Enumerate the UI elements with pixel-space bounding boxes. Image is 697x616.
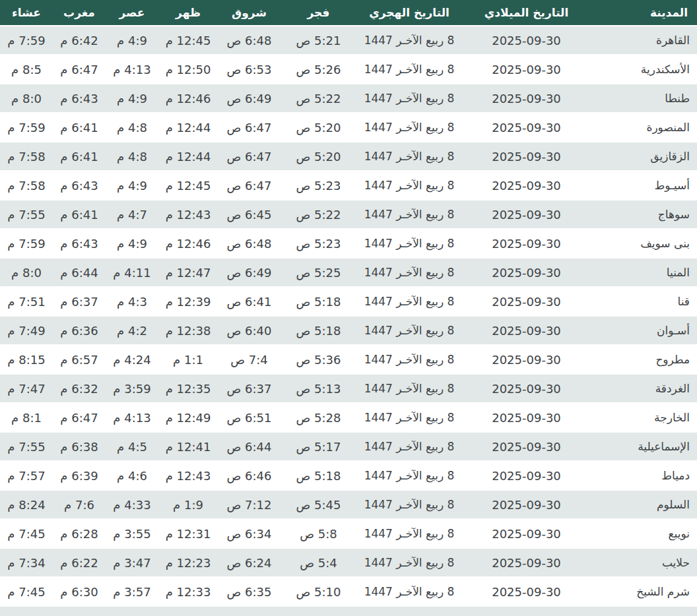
cell-empty (462, 606, 591, 616)
cell-hijri: 8 ربيع الآخـر 1447 (356, 113, 462, 142)
cell-gregorian: 2025-09-30 (462, 258, 591, 287)
cell-gregorian: 2025-09-30 (462, 577, 591, 606)
cell-asr: 3:55 م (106, 519, 158, 548)
cell-hijri: 8 ربيع الآخـر 1447 (356, 171, 462, 200)
cell-city: القاهرة (591, 26, 697, 55)
table-row: المنيا2025-09-308 ربيع الآخـر 14475:25 ص… (0, 258, 697, 287)
cell-city: الخارجة (591, 403, 697, 432)
cell-gregorian: 2025-09-30 (462, 142, 591, 171)
cell-hijri: 8 ربيع الآخـر 1447 (356, 258, 462, 287)
cell-fajr: 5:20 ص (281, 113, 356, 142)
cell-city: سوهاج (591, 200, 697, 229)
cell-fajr: 5:21 ص (281, 26, 356, 55)
cell-asr: 4:8 م (106, 113, 158, 142)
cell-asr: 4:5 م (106, 432, 158, 461)
cell-city: أسـوان (591, 316, 697, 345)
cell-isha: 7:58 م (0, 171, 53, 200)
cell-maghrib: 7:6 م (53, 490, 106, 519)
cell-isha: 8:0 م (0, 84, 53, 113)
cell-asr: 4:8 م (106, 142, 158, 171)
column-header-dhuhr: ظهر (158, 0, 218, 26)
cell-gregorian: 2025-09-30 (462, 113, 591, 142)
cell-asr: 3:57 م (106, 577, 158, 606)
cell-asr: 4:7 م (106, 200, 158, 229)
cell-fajr: 5:18 ص (281, 287, 356, 316)
table-row: حلايب2025-09-308 ربيع الآخـر 14475:4 ص6:… (0, 548, 697, 577)
cell-hijri: 8 ربيع الآخـر 1447 (356, 374, 462, 403)
cell-fajr: 5:45 ص (281, 490, 356, 519)
cell-hijri: 8 ربيع الآخـر 1447 (356, 84, 462, 113)
cell-dhuhr: 12:46 م (158, 84, 218, 113)
cell-sunrise: 6:51 ص (218, 403, 281, 432)
cell-sunrise: 6:47 ص (218, 113, 281, 142)
cell-isha: 7:59 م (0, 113, 53, 142)
cell-maghrib: 6:47 م (53, 403, 106, 432)
table-row: سوهاج2025-09-308 ربيع الآخـر 14475:22 ص6… (0, 200, 697, 229)
cell-isha: 7:49 م (0, 316, 53, 345)
cell-city: نويبع (591, 519, 697, 548)
cell-sunrise: 6:49 ص (218, 258, 281, 287)
cell-isha: 7:45 م (0, 577, 53, 606)
cell-hijri: 8 ربيع الآخـر 1447 (356, 55, 462, 84)
cell-fajr: 5:23 ص (281, 171, 356, 200)
cell-dhuhr: 12:44 م (158, 113, 218, 142)
cell-empty (281, 606, 356, 616)
cell-hijri: 8 ربيع الآخـر 1447 (356, 519, 462, 548)
cell-gregorian: 2025-09-30 (462, 200, 591, 229)
column-header-hijri: التاريخ الهجري (356, 0, 462, 26)
cell-hijri: 8 ربيع الآخـر 1447 (356, 26, 462, 55)
cell-sunrise: 6:46 ص (218, 461, 281, 490)
cell-hijri: 8 ربيع الآخـر 1447 (356, 287, 462, 316)
table-row: السلوم2025-09-308 ربيع الآخـر 14475:45 ص… (0, 490, 697, 519)
cell-city: الزقازيق (591, 142, 697, 171)
cell-maghrib: 6:30 م (53, 577, 106, 606)
table-row: أسيـوط2025-09-308 ربيع الآخـر 14475:23 ص… (0, 171, 697, 200)
cell-city: المنيا (591, 258, 697, 287)
cell-gregorian: 2025-09-30 (462, 316, 591, 345)
cell-dhuhr: 12:23 م (158, 548, 218, 577)
cell-maghrib: 6:43 م (53, 229, 106, 258)
cell-gregorian: 2025-09-30 (462, 287, 591, 316)
cell-maghrib: 6:28 م (53, 519, 106, 548)
cell-hijri: 8 ربيع الآخـر 1447 (356, 432, 462, 461)
table-row: القاهرة2025-09-308 ربيع الآخـر 14475:21 … (0, 26, 697, 55)
cell-hijri: 8 ربيع الآخـر 1447 (356, 316, 462, 345)
table-row: دمياط2025-09-308 ربيع الآخـر 14475:18 ص6… (0, 461, 697, 490)
table-row: مطروح2025-09-308 ربيع الآخـر 14475:36 ص7… (0, 345, 697, 374)
cell-fajr: 5:8 ص (281, 519, 356, 548)
cell-gregorian: 2025-09-30 (462, 403, 591, 432)
cell-dhuhr: 12:35 م (158, 374, 218, 403)
prayer-times-table: المدينةالتاريخ الميلاديالتاريخ الهجريفجر… (0, 0, 697, 616)
cell-hijri: 8 ربيع الآخـر 1447 (356, 461, 462, 490)
cell-isha: 7:58 م (0, 142, 53, 171)
cell-asr: 4:9 م (106, 84, 158, 113)
cell-maghrib: 6:41 م (53, 200, 106, 229)
cell-gregorian: 2025-09-30 (462, 461, 591, 490)
cell-sunrise: 6:53 ص (218, 55, 281, 84)
cell-maghrib: 6:39 م (53, 461, 106, 490)
cell-dhuhr: 1:1 م (158, 345, 218, 374)
cell-sunrise: 6:49 ص (218, 84, 281, 113)
cell-asr: 4:24 م (106, 345, 158, 374)
cell-sunrise: 6:37 ص (218, 374, 281, 403)
cell-empty (218, 606, 281, 616)
cell-hijri: 8 ربيع الآخـر 1447 (356, 577, 462, 606)
table-row: أسـوان2025-09-308 ربيع الآخـر 14475:18 ص… (0, 316, 697, 345)
cell-dhuhr: 12:43 م (158, 200, 218, 229)
cell-maghrib: 6:41 م (53, 113, 106, 142)
column-header-maghrib: مغرب (53, 0, 106, 26)
cell-sunrise: 6:40 ص (218, 316, 281, 345)
cell-gregorian: 2025-09-30 (462, 374, 591, 403)
cell-isha: 8:1 م (0, 403, 53, 432)
cell-dhuhr: 12:47 م (158, 258, 218, 287)
cell-asr: 4:9 م (106, 26, 158, 55)
cell-asr: 4:33 م (106, 490, 158, 519)
column-header-sunrise: شروق (218, 0, 281, 26)
cell-isha: 7:59 م (0, 26, 53, 55)
cell-empty (106, 606, 158, 616)
cell-isha: 8:15 م (0, 345, 53, 374)
table-row: الإسماعيلية2025-09-308 ربيع الآخـر 14475… (0, 432, 697, 461)
cell-sunrise: 6:45 ص (218, 200, 281, 229)
cell-fajr: 5:28 ص (281, 403, 356, 432)
cell-city: طنطا (591, 84, 697, 113)
